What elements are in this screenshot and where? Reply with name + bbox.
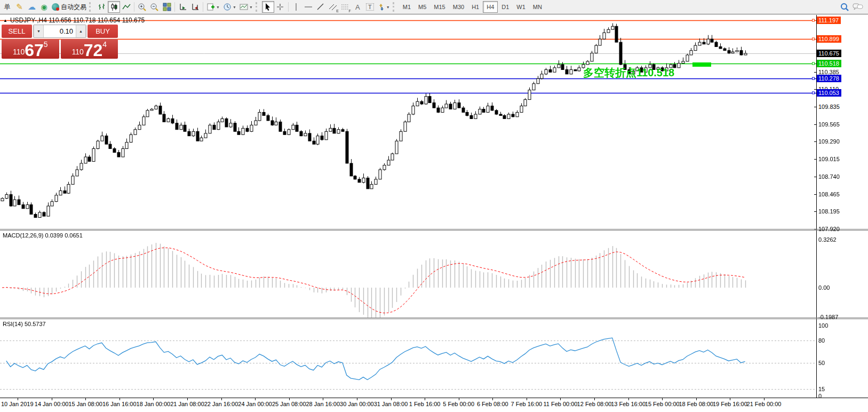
price-tick-mark [814,211,816,212]
time-axis-label: 30 Jan 00:00 [340,401,374,407]
time-axis-tick [85,398,86,400]
macd-tick-label: 0.3262 [818,236,837,243]
time-axis-tick [696,398,697,400]
time-axis-label: 28 Jan 16:00 [306,401,340,407]
timeframe-h4-button[interactable]: H4 [483,1,498,13]
time-axis-tick [425,398,425,400]
buy-button[interactable]: BUY [87,25,118,38]
sell-price-prefix: 110 [13,47,25,56]
timeframe-mn-button[interactable]: MN [529,1,546,13]
volume-decrease-button[interactable]: ▼ [34,25,44,37]
window-splitter[interactable] [0,230,868,231]
community-icon[interactable]: ☁ [26,1,38,13]
price-tick-label: 109.835 [818,104,840,110]
line-chart-type-icon[interactable] [120,1,132,13]
buy-price-tile[interactable]: 110 72 4 [61,39,118,59]
vertical-line-button[interactable] [290,1,302,13]
arrows-button[interactable]: ▼ [376,1,392,13]
time-axis-tick [289,398,290,400]
time-axis-tick [187,398,188,400]
templates-button[interactable]: ▼ [238,1,254,13]
volume-increase-button[interactable]: ▲ [76,25,86,37]
timeframe-m30-button[interactable]: M30 [449,1,468,13]
window-splitter[interactable] [0,229,868,229]
price-tick-mark [814,89,816,90]
periods-caret-icon: ▼ [233,5,236,9]
price-tick-label: 109.565 [818,121,840,128]
mt4-window: 单 ✎ ☁ ◉ 自动交易 [0,0,868,412]
indicators-button[interactable]: ▼ [205,1,221,13]
window-splitter[interactable] [0,318,868,318]
time-axis-tick [153,398,154,400]
time-axis-tick [52,398,52,400]
window-splitter[interactable] [0,319,868,319]
turning-point-annotation: 多空转折点110.518 [583,66,674,80]
time-axis-tick [459,398,459,400]
search-icon[interactable] [838,1,851,13]
tile-windows-icon[interactable] [161,1,173,13]
time-axis-label: 25 Jan 08:00 [272,401,306,407]
timeframe-h1-button[interactable]: H1 [468,1,483,13]
cursor-button[interactable] [262,1,274,13]
zoom-in-icon[interactable] [136,1,148,13]
rsi-indicator-canvas[interactable] [0,319,816,398]
macd-label: MACD(12,26,9) 0.0399 0.0651 [3,232,83,239]
window-collapse-icon[interactable]: ▲ [3,18,7,23]
price-tick-mark [814,194,816,195]
time-axis-tick [18,398,18,400]
time-axis-tick [391,398,392,400]
periods-button[interactable]: ▼ [221,1,238,13]
bar-chart-type-icon[interactable] [95,1,108,13]
signals-icon[interactable]: ◉ [38,1,50,13]
time-axis-label: 16 Jan 16:00 [102,401,137,407]
autotrading-button[interactable]: 自动交易 [50,1,88,13]
timeframe-m15-button[interactable]: M15 [430,1,449,13]
candlestick-chart-type-icon[interactable] [108,1,120,13]
time-axis-tick [560,398,561,400]
timeframe-d1-button[interactable]: D1 [498,1,513,13]
highlight-bar [692,62,711,67]
horizontal-line-button[interactable] [302,1,315,13]
autotrading-icon [52,3,59,11]
zoom-out-icon[interactable] [148,1,161,13]
price-tick-label: 107.920 [818,226,840,232]
equidistant-channel-button[interactable]: E [327,1,339,13]
rsi-tick-label: 80 [818,337,825,344]
sell-price-big: 67 [25,42,44,58]
time-axis-label: 10 Jan 2019 [1,401,34,407]
price-tick-mark [814,107,816,107]
auto-scroll-icon[interactable] [177,1,189,13]
trendline-button[interactable] [315,1,327,13]
time-axis-tick [492,398,493,400]
chart-title: ▲ USDJPY-,H4 110.656 110.718 110.654 110… [3,17,145,24]
draw-text-label-button[interactable]: T [364,1,376,13]
toolbar: 单 ✎ ☁ ◉ 自动交易 [0,0,868,14]
price-tick-label: 108.740 [818,173,840,180]
time-axis-label: 7 Feb 16:00 [511,401,543,407]
time-axis-tick [628,398,629,400]
sell-button[interactable]: SELL [2,25,32,38]
time-axis-tick [594,398,595,400]
time-axis-line [0,398,868,398]
new-order-button[interactable]: 单 [1,1,13,13]
macd-indicator-canvas[interactable] [0,231,816,318]
timeframe-w1-button[interactable]: W1 [513,1,529,13]
fibonacci-button[interactable]: F [339,1,352,13]
draw-text-button[interactable]: A [352,1,364,13]
volume-input[interactable]: 0.10 [44,25,76,37]
crosshair-button[interactable] [274,1,286,13]
hline-handle [812,62,815,65]
chat-icon[interactable] [851,1,865,13]
templates-caret-icon: ▼ [249,5,253,9]
styler-icon[interactable]: ✎ [13,1,26,13]
time-axis-label: 1 Feb 16:00 [409,401,441,407]
time-axis-label: 15 Jan 08:00 [68,401,102,407]
time-axis-tick [255,398,256,400]
indicators-caret-icon: ▼ [216,5,220,9]
sell-price-tile[interactable]: 110 67 5 [2,39,59,59]
timeframe-m5-button[interactable]: M5 [415,1,430,13]
timeframe-m1-button[interactable]: M1 [399,1,415,13]
price-line-label: 110.899 [817,35,841,43]
chart-shift-icon[interactable] [189,1,201,13]
main-chart-canvas[interactable] [0,15,816,229]
